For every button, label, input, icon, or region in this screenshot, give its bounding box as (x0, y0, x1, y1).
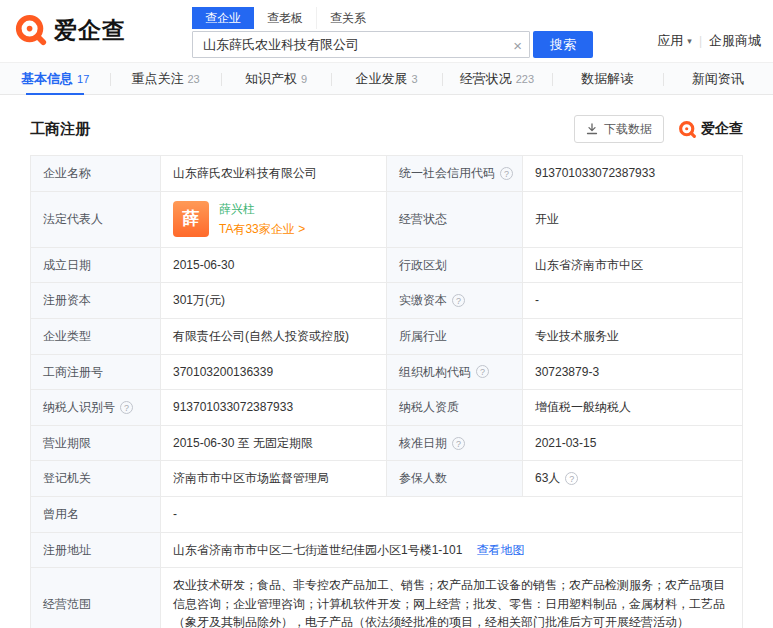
nav-tab-3[interactable]: 企业发展3 (331, 63, 441, 94)
brand-logo-icon (678, 120, 697, 139)
apps-label: 应用 (657, 32, 683, 50)
table-row: 经营范围农业技术研发；食品、非专控农产品加工、销售；农产品加工设备的销售；农产品… (31, 568, 742, 628)
field-label: 营业期限 (31, 426, 161, 461)
field-label: 注册地址 (31, 533, 161, 568)
field-label: 核准日期? (387, 426, 523, 461)
field-label-text: 企业名称 (43, 164, 91, 183)
field-value: 2015-06-30 (161, 248, 387, 283)
field-label-text: 法定代表人 (43, 210, 103, 229)
help-icon[interactable]: ? (565, 472, 578, 485)
mall-link[interactable]: 企服商城 (709, 32, 761, 50)
clear-search-icon[interactable]: × (513, 37, 522, 52)
section-head: 工商注册 下载数据 爱企查 (30, 115, 743, 143)
field-label-text: 实缴资本 (399, 291, 447, 310)
aiqicha-logo[interactable]: 爱企查 (14, 13, 126, 47)
view-map-link[interactable]: 查看地图 (476, 541, 524, 560)
nav-tab-label: 数据解读 (581, 70, 633, 88)
help-icon[interactable]: ? (120, 401, 133, 414)
field-value: 913701033072387933 (161, 390, 387, 425)
nav-tab-2[interactable]: 知识产权9 (221, 63, 331, 94)
section-title: 工商注册 (30, 120, 90, 139)
table-row: 工商注册号370103200136339组织机构代码?30723879-3 (31, 355, 742, 391)
main-content: 工商注册 下载数据 爱企查 企业名称山东薛氏农业科技有限公司统一社会信用代码?9… (0, 95, 773, 628)
legal-rep-companies-link[interactable]: TA有33家企业 > (219, 220, 305, 239)
field-value-text: 专业技术服务业 (535, 327, 619, 346)
field-label-text: 经营范围 (43, 595, 91, 614)
table-row: 企业名称山东薛氏农业科技有限公司统一社会信用代码?913701033072387… (31, 156, 742, 192)
field-label: 纳税人识别号? (31, 390, 161, 425)
legal-rep-name-link[interactable]: 薛兴柱 (219, 200, 305, 219)
nav-tab-0[interactable]: 基本信息17 (0, 63, 110, 94)
field-value-text: - (535, 291, 539, 310)
nav-tab-6[interactable]: 新闻资讯 (663, 63, 773, 94)
field-label: 参保人数 (387, 461, 523, 496)
search-button[interactable]: 搜索 (533, 31, 593, 58)
field-label: 组织机构代码? (387, 355, 523, 390)
field-label-text: 核准日期 (399, 434, 447, 453)
field-value-text: 增值税一般纳税人 (535, 398, 631, 417)
field-label-text: 注册资本 (43, 291, 91, 310)
field-value: 增值税一般纳税人 (523, 390, 742, 425)
nav-tab-count: 9 (301, 73, 307, 85)
apps-menu[interactable]: 应用 ▾ (657, 32, 692, 50)
table-row: 登记机关济南市市中区市场监督管理局参保人数63人? (31, 461, 742, 497)
search-tabs: 查企业查老板查关系 (192, 7, 593, 29)
field-label-text: 所属行业 (399, 327, 447, 346)
field-value: 有限责任公司(自然人投资或控股) (161, 319, 387, 354)
table-row: 注册资本301万(元)实缴资本?- (31, 283, 742, 319)
field-label: 纳税人资质 (387, 390, 523, 425)
info-table: 企业名称山东薛氏农业科技有限公司统一社会信用代码?913701033072387… (30, 155, 743, 628)
nav-tab-count: 23 (188, 73, 200, 85)
nav-tab-label: 新闻资讯 (692, 70, 744, 88)
field-value: - (161, 497, 742, 532)
search-input[interactable] (192, 31, 530, 58)
search-tab-2[interactable]: 查关系 (317, 7, 379, 29)
nav-tab-1[interactable]: 重点关注23 (110, 63, 220, 94)
registered-address-cell: 山东省济南市市中区二七街道世纪佳园小区1号楼1-101查看地图 (161, 533, 742, 568)
field-label-text: 工商注册号 (43, 363, 103, 382)
help-icon[interactable]: ? (452, 437, 465, 450)
field-label: 法定代表人 (31, 192, 161, 247)
field-label: 曾用名 (31, 497, 161, 532)
field-value-text: 农业技术研发；食品、非专控农产品加工、销售；农产品加工设备的销售；农产品检测服务… (173, 576, 730, 628)
nav-tab-4[interactable]: 经营状况223 (442, 63, 552, 94)
caret-down-icon: ▾ (687, 36, 692, 46)
search-tab-0[interactable]: 查企业 (192, 7, 254, 29)
field-value: 济南市市中区市场监督管理局 (161, 461, 387, 496)
field-label: 统一社会信用代码? (387, 156, 523, 191)
page: { "header": { "logo": { "text": "爱企查" },… (0, 0, 773, 628)
field-label: 工商注册号 (31, 355, 161, 390)
download-data-button[interactable]: 下载数据 (574, 115, 664, 143)
nav-tab-count: 17 (77, 73, 89, 85)
nav-tab-label: 基本信息 (21, 70, 73, 88)
field-label-text: 经营状态 (399, 210, 447, 229)
search-row: × 搜索 (192, 31, 593, 58)
help-icon[interactable]: ? (452, 294, 465, 307)
table-row: 成立日期2015-06-30行政区划山东省济南市市中区 (31, 248, 742, 284)
field-label: 注册资本 (31, 283, 161, 318)
legal-rep-avatar[interactable]: 薛 (173, 201, 209, 237)
help-icon[interactable]: ? (476, 365, 489, 378)
field-label: 实缴资本? (387, 283, 523, 318)
aiqicha-logo-text: 爱企查 (54, 15, 126, 46)
field-value-text: 2021-03-15 (535, 434, 596, 453)
field-label: 成立日期 (31, 248, 161, 283)
field-value-text: 913701033072387933 (173, 398, 293, 417)
field-value-text: 301万(元) (173, 291, 225, 310)
field-value-text: 2015-06-30 至 无固定期限 (173, 434, 313, 453)
field-value: 山东薛氏农业科技有限公司 (161, 156, 387, 191)
search-input-wrap: × (192, 31, 530, 58)
search-block: 查企业查老板查关系 × 搜索 (192, 7, 593, 58)
field-value-text: 山东省济南市市中区 (535, 256, 643, 275)
field-value: 370103200136339 (161, 355, 387, 390)
field-label-text: 统一社会信用代码 (399, 164, 495, 183)
download-label: 下载数据 (604, 121, 652, 138)
help-icon[interactable]: ? (500, 167, 513, 180)
field-label: 企业类型 (31, 319, 161, 354)
field-label-text: 注册地址 (43, 541, 91, 560)
search-tab-1[interactable]: 查老板 (254, 7, 317, 29)
field-value-text: 济南市市中区市场监督管理局 (173, 469, 329, 488)
nav-tab-5[interactable]: 数据解读 (552, 63, 662, 94)
table-row: 纳税人识别号?913701033072387933纳税人资质增值税一般纳税人 (31, 390, 742, 426)
legal-rep-lines: 薛兴柱TA有33家企业 > (219, 200, 305, 239)
